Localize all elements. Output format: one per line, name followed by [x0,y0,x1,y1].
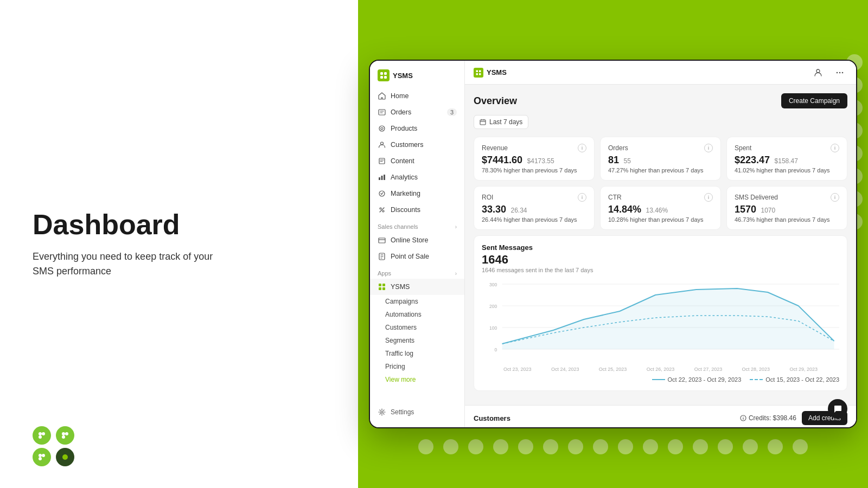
stat-sms-info[interactable]: i [831,193,839,202]
svg-point-4 [65,432,68,435]
svg-text:200: 200 [489,304,497,309]
logo-bubble-1 [33,426,51,445]
svg-point-17 [381,142,384,145]
svg-point-37 [839,72,841,73]
dot-r2-12 [693,439,708,454]
stat-orders-info[interactable]: i [704,144,713,152]
orders-badge: 3 [447,108,457,116]
sidebar-item-online-store[interactable]: Online Store [370,232,464,248]
stat-sms-change: 46.73% higher than previous 7 days [735,216,839,223]
main-header-title: YSMS [487,68,507,76]
marketing-icon [378,189,386,198]
x-label-4: Oct 27, 2023 [694,367,723,372]
stat-card-revenue: Revenue i $7441.60 $4173.55 78.30% highe… [474,137,595,181]
sidebar-sub-traffic-log[interactable]: Traffic log [370,347,464,360]
stat-roi-primary: 33.30 [482,204,506,215]
legend-line-solid [652,379,665,380]
sidebar-section-apps: Apps › [370,265,464,279]
svg-rect-33 [476,73,478,75]
date-filter[interactable]: Last 7 days [474,115,528,129]
right-panel: YSMS Home Orders 3 Products [358,0,868,488]
credits-text: Credits: $398.46 [740,414,796,422]
legend-previous-label: Oct 15, 2023 - Oct 22, 2023 [765,376,839,383]
dot-r2-16 [793,439,808,454]
hero-section: Dashboard Everything you need to keep tr… [33,209,326,278]
sidebar-item-marketing[interactable]: Marketing [370,185,464,202]
hero-subtitle: Everything you need to keep track of you… [33,249,228,279]
chat-fab[interactable] [828,399,847,419]
sidebar-item-orders-label: Orders [391,108,411,116]
svg-text:0: 0 [495,347,497,352]
create-campaign-button[interactable]: Create Campaign [781,93,847,108]
stat-roi-label: ROI [482,194,493,201]
chart-title: Sent Messages [482,243,839,252]
bottom-bar: Customers Credits: $398.46 Add credits [465,405,856,427]
dot-r2-9 [618,439,633,454]
chart-card: Sent Messages 1646 1646 messages sent in… [474,235,847,391]
x-label-3: Oct 26, 2023 [647,367,675,372]
stat-roi-change: 26.44% higher than previous 7 days [482,216,586,223]
x-axis-labels: Oct 23, 2023 Oct 24, 2023 Oct 25, 2023 O… [482,367,839,372]
discounts-icon [378,206,386,214]
dots-row-2 [418,439,808,454]
sidebar-sub-automations[interactable]: Automations [370,308,464,321]
sidebar-item-products[interactable]: Products [370,120,464,137]
sidebar-item-home[interactable]: Home [370,88,464,104]
sidebar-item-ysms[interactable]: YSMS [370,279,464,295]
svg-rect-20 [384,175,385,180]
stat-spent-change: 41.02% higher than previous 7 days [735,167,839,174]
sidebar-settings[interactable]: Settings [370,403,464,421]
orders-icon [378,108,386,117]
sidebar-view-more[interactable]: View more [370,373,464,386]
sidebar-item-customers[interactable]: Customers [370,137,464,153]
stat-spent-label: Spent [735,144,751,152]
sidebar-item-content[interactable]: Content [370,153,464,169]
svg-point-2 [39,435,42,439]
stat-spent-primary: $223.47 [735,155,770,165]
sales-channels-chevron: › [455,224,457,230]
chart-subtitle: 1646 messages sent in the the last 7 day… [482,267,839,273]
stat-revenue-info[interactable]: i [578,144,586,152]
stat-roi-secondary: 26.34 [511,207,527,214]
sidebar-section-sales: Sales channels › [370,218,464,232]
sidebar-item-analytics[interactable]: Analytics [370,169,464,185]
analytics-icon [378,173,386,182]
main-content: YSMS Overview Create Campaign [465,61,856,427]
x-label-5: Oct 28, 2023 [742,367,770,372]
stat-ctr-primary: 14.84% [608,204,641,215]
sidebar-item-discounts[interactable]: Discounts [370,202,464,218]
credits-value: Credits: $398.46 [749,414,796,422]
stat-card-spent: Spent i $223.47 $158.47 41.02% higher th… [726,137,847,181]
sidebar: YSMS Home Orders 3 Products [370,61,465,427]
svg-point-38 [842,72,844,73]
sidebar-item-orders[interactable]: Orders 3 [370,104,464,120]
dot-r2-8 [593,439,608,454]
legend-current-label: Oct 22, 2023 - Oct 29, 2023 [668,376,742,383]
sidebar-sub-segments[interactable]: Segments [370,334,464,347]
date-filter-label: Last 7 days [489,118,522,126]
sidebar-sub-pricing[interactable]: Pricing [370,360,464,373]
legend-line-dashed [750,379,763,380]
sidebar-item-pos[interactable]: Point of Sale [370,248,464,265]
svg-point-36 [837,72,838,73]
chart-area: 300 200 100 0 [482,279,839,365]
main-header-actions [810,65,847,80]
pos-icon [378,252,386,261]
customers-icon [378,140,386,149]
more-options-btn[interactable] [832,65,847,80]
x-label-6: Oct 29, 2023 [789,367,818,372]
chart-value: 1646 [482,253,839,267]
sales-channels-label: Sales channels [378,223,418,230]
stat-roi-info[interactable]: i [578,193,586,202]
stat-spent-secondary: $158.47 [775,157,798,165]
overview-header: Overview Create Campaign [474,93,847,108]
sidebar-item-marketing-label: Marketing [391,190,420,197]
sidebar-sub-customers[interactable]: Customers [370,321,464,334]
sidebar-sub-campaigns[interactable]: Campaigns [370,295,464,308]
stat-spent-info[interactable]: i [831,144,839,152]
main-body: Overview Create Campaign Last 7 days Rev… [465,85,856,405]
stat-ctr-info[interactable]: i [704,193,713,202]
user-icon-btn[interactable] [810,65,826,80]
x-label-1: Oct 24, 2023 [551,367,579,372]
stat-card-sms-delivered: SMS Delivered i 1570 1070 46.73% higher … [726,186,847,230]
